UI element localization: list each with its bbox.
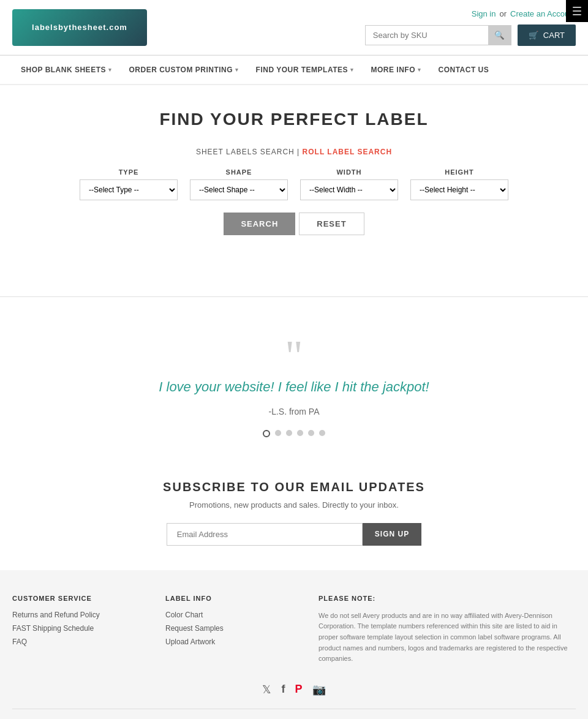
- testimonial-section: " I love your website! I feel like I hit…: [80, 315, 508, 456]
- shape-filter-label: SHAPE: [190, 168, 288, 176]
- height-filter-select[interactable]: --Select Height --: [410, 179, 508, 200]
- nav-item-find-templates[interactable]: FIND YOUR TEMPLATES ▾: [247, 56, 363, 84]
- nav-link-contact[interactable]: CONTACT US: [430, 56, 498, 84]
- nav-link-more-info[interactable]: MORE INFO ▾: [363, 56, 430, 84]
- carousel-dot-3[interactable]: [286, 430, 292, 436]
- footer-note-text: We do not sell Avery products and are in…: [318, 611, 576, 664]
- carousel-dot-5[interactable]: [308, 430, 314, 436]
- chevron-icon: ▾: [418, 67, 421, 73]
- cart-button[interactable]: 🛒 CART: [518, 24, 576, 46]
- testimonial-author: -L.S. from PA: [92, 407, 496, 416]
- nav-link-shop-blank[interactable]: SHOP BLANK SHEETS ▾: [12, 56, 120, 84]
- footer-link-shipping[interactable]: FAST Shipping Schedule: [12, 624, 141, 633]
- type-filter-group: TYPE --Select Type --: [80, 168, 178, 200]
- shape-filter-select[interactable]: --Select Shape --: [190, 179, 288, 200]
- section-divider: [0, 296, 588, 297]
- pinterest-link[interactable]: P: [295, 683, 302, 696]
- facebook-link[interactable]: f: [281, 683, 285, 696]
- shape-filter-group: SHAPE --Select Shape --: [190, 168, 288, 200]
- footer-link-upload[interactable]: Upload Artwork: [165, 638, 294, 646]
- logo-area: labelsbythesheet.com: [12, 9, 147, 46]
- footer-link-faq[interactable]: FAQ: [12, 638, 141, 646]
- footer-link-returns[interactable]: Returns and Refund Policy: [12, 611, 141, 619]
- nav-item-order-custom[interactable]: ORDER CUSTOM PRINTING ▾: [120, 56, 247, 84]
- cart-icon: 🛒: [529, 31, 538, 40]
- reset-button[interactable]: RESET: [299, 213, 364, 235]
- footer-col-title-note: PLEASE NOTE:: [318, 595, 576, 602]
- search-bar: 🔍: [365, 25, 511, 45]
- tab-separator: |: [297, 148, 300, 156]
- quote-icon: ": [92, 334, 496, 378]
- carousel-dot-1[interactable]: [263, 430, 270, 437]
- filter-row: TYPE --Select Type -- SHAPE --Select Sha…: [12, 168, 576, 200]
- carousel-dot-2[interactable]: [275, 430, 281, 436]
- carousel-dot-4[interactable]: [297, 430, 303, 436]
- instagram-icon: 📷: [312, 683, 326, 696]
- width-filter-select[interactable]: --Select Width --: [300, 179, 398, 200]
- type-filter-select[interactable]: --Select Type --: [80, 179, 178, 200]
- chevron-icon: ▾: [350, 67, 354, 73]
- height-filter-group: HEIGHT --Select Height --: [410, 168, 508, 200]
- nav-link-find-templates[interactable]: FIND YOUR TEMPLATES ▾: [247, 56, 363, 84]
- sheet-labels-tab[interactable]: SHEET LABELS SEARCH: [196, 148, 295, 156]
- cart-label: CART: [543, 31, 565, 40]
- chevron-icon: ▾: [235, 67, 239, 73]
- carousel-dots: [92, 430, 496, 437]
- corner-badge: [566, 0, 588, 22]
- search-button[interactable]: SEARCH: [224, 213, 295, 235]
- footer-customer-service: CUSTOMER SERVICE Returns and Refund Poli…: [12, 595, 141, 664]
- filter-buttons: SEARCH RESET: [12, 213, 576, 235]
- subscribe-section: SUBSCRIBE TO OUR EMAIL UPDATES Promotion…: [0, 456, 588, 570]
- nav-item-contact[interactable]: CONTACT US: [430, 56, 498, 84]
- logo-text: labelsbythesheet.com: [32, 23, 127, 32]
- sign-in-link[interactable]: Sign in: [472, 9, 496, 18]
- instagram-link[interactable]: 📷: [312, 683, 326, 696]
- sign-up-button[interactable]: SIGN UP: [363, 523, 421, 546]
- main-nav: SHOP BLANK SHEETS ▾ ORDER CUSTOM PRINTIN…: [0, 55, 588, 85]
- auth-links: Sign in or Create an Account: [472, 9, 576, 18]
- social-links: 𝕏 f P 📷: [12, 683, 576, 696]
- auth-or: or: [499, 9, 507, 18]
- type-filter-label: TYPE: [80, 168, 178, 176]
- width-filter-group: WIDTH --Select Width --: [300, 168, 398, 200]
- page-title: FIND YOUR PERFECT LABEL: [12, 110, 576, 129]
- twitter-icon: 𝕏: [262, 683, 271, 696]
- subscribe-title: SUBSCRIBE TO OUR EMAIL UPDATES: [12, 480, 576, 494]
- search-button[interactable]: 🔍: [488, 26, 511, 45]
- email-input[interactable]: [167, 523, 363, 546]
- carousel-dot-6[interactable]: [319, 430, 325, 436]
- footer-link-color-chart[interactable]: Color Chart: [165, 611, 294, 619]
- testimonial-text: I love your website! I feel like I hit t…: [92, 378, 496, 397]
- chevron-icon: ▾: [108, 67, 112, 73]
- search-input[interactable]: [366, 26, 488, 45]
- footer-col-title-customer: CUSTOMER SERVICE: [12, 595, 141, 602]
- footer-label-info: LABEL INFO Color Chart Request Samples U…: [165, 595, 294, 664]
- height-filter-label: HEIGHT: [410, 168, 508, 176]
- nav-item-more-info[interactable]: MORE INFO ▾: [363, 56, 430, 84]
- footer-bottom: © 2005 - 2018 labelsbythesheet.com PAY A…: [12, 709, 576, 719]
- search-type-tabs: SHEET LABELS SEARCH | ROLL LABEL SEARCH: [12, 148, 576, 156]
- facebook-icon: f: [281, 683, 285, 695]
- logo: labelsbythesheet.com: [12, 9, 147, 46]
- main-content: FIND YOUR PERFECT LABEL SHEET LABELS SEA…: [0, 85, 588, 278]
- subscribe-subtitle: Promotions, new products and sales. Dire…: [12, 500, 576, 510]
- pinterest-icon: P: [295, 683, 302, 695]
- footer-link-samples[interactable]: Request Samples: [165, 624, 294, 633]
- nav-link-order-custom[interactable]: ORDER CUSTOM PRINTING ▾: [120, 56, 247, 84]
- nav-item-shop-blank[interactable]: SHOP BLANK SHEETS ▾: [12, 56, 120, 84]
- footer-col-title-label: LABEL INFO: [165, 595, 294, 602]
- width-filter-label: WIDTH: [300, 168, 398, 176]
- footer-columns: CUSTOMER SERVICE Returns and Refund Poli…: [12, 595, 576, 664]
- twitter-link[interactable]: 𝕏: [262, 683, 271, 696]
- subscribe-form: SIGN UP: [12, 523, 576, 546]
- label-search-section: SHEET LABELS SEARCH | ROLL LABEL SEARCH …: [12, 148, 576, 235]
- footer-please-note: PLEASE NOTE: We do not sell Avery produc…: [318, 595, 576, 664]
- roll-label-tab[interactable]: ROLL LABEL SEARCH: [303, 148, 393, 156]
- header: labelsbythesheet.com Sign in or Create a…: [0, 0, 588, 55]
- footer: CUSTOMER SERVICE Returns and Refund Poli…: [0, 570, 588, 719]
